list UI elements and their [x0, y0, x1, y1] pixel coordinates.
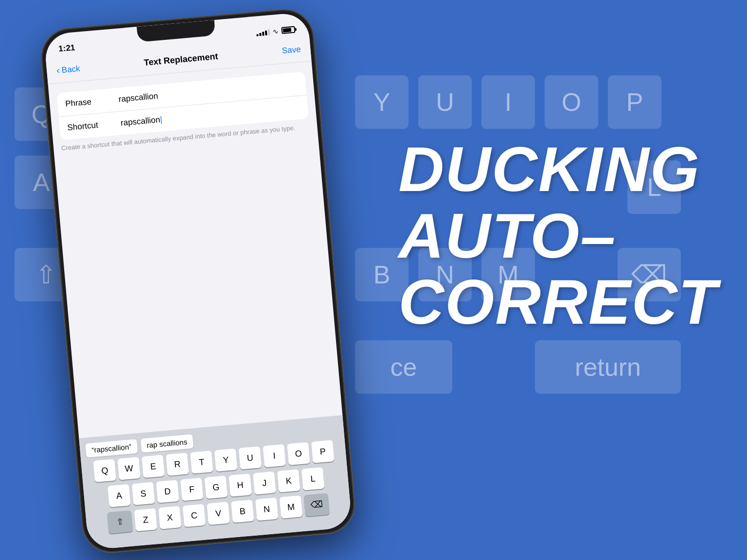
key-g[interactable]: G: [204, 475, 228, 499]
phone-outer-shell: 1:21 ∿ ‹: [39, 8, 356, 555]
bg-key-u: U: [418, 75, 472, 129]
key-p[interactable]: P: [311, 440, 335, 463]
key-h[interactable]: H: [229, 473, 252, 497]
phrase-label: Phrase: [65, 95, 119, 109]
signal-bar-5: [268, 29, 270, 35]
bg-key-p: P: [608, 75, 661, 129]
key-e[interactable]: E: [142, 455, 165, 478]
back-label: Back: [61, 64, 80, 75]
signal-bar-4: [265, 31, 267, 35]
autocorrect-suggestion-2[interactable]: rap scallions: [141, 434, 194, 453]
battery-icon: [281, 26, 295, 34]
bg-key-y: Y: [355, 75, 409, 129]
shortcut-label: Shortcut: [67, 119, 121, 133]
key-j[interactable]: J: [253, 472, 276, 495]
chevron-left-icon: ‹: [56, 65, 60, 76]
autocorrect-suggestion-1[interactable]: “rapscallion”: [85, 439, 138, 457]
delete-key[interactable]: ⌫: [303, 493, 330, 516]
status-time: 1:21: [58, 43, 76, 54]
bg-key-o: O: [545, 75, 598, 129]
key-q[interactable]: Q: [93, 459, 117, 482]
key-y[interactable]: Y: [214, 449, 238, 472]
shift-key[interactable]: ⇧: [107, 510, 133, 534]
signal-bars-icon: [256, 28, 270, 36]
bg-key-i: I: [481, 75, 535, 129]
key-v[interactable]: V: [207, 502, 230, 525]
key-m[interactable]: M: [279, 495, 302, 519]
key-u[interactable]: U: [238, 446, 262, 470]
battery-fill: [283, 28, 291, 32]
wifi-icon: ∿: [272, 27, 279, 35]
key-z[interactable]: Z: [134, 508, 158, 531]
key-t[interactable]: T: [190, 451, 213, 474]
save-button[interactable]: Save: [282, 44, 301, 55]
phone-screen: 1:21 ∿ ‹: [44, 12, 353, 550]
key-i[interactable]: I: [263, 444, 286, 468]
key-a[interactable]: A: [107, 484, 131, 508]
key-b[interactable]: B: [231, 500, 254, 523]
page-title: Text Replacement: [143, 52, 218, 68]
key-x[interactable]: X: [158, 506, 181, 529]
key-s[interactable]: S: [132, 482, 155, 506]
key-d[interactable]: D: [156, 480, 179, 503]
headline-text: DUCKING AUTO– CORRECT: [398, 136, 718, 335]
status-icons: ∿: [256, 26, 295, 37]
bg-key-return: return: [535, 340, 681, 394]
keyboard-area: “rapscallion” rap scallions Q W E R T Y …: [79, 415, 352, 550]
bg-key-ce: ce: [355, 340, 452, 394]
back-button[interactable]: ‹ Back: [56, 63, 80, 76]
signal-bar-1: [256, 34, 258, 36]
key-f[interactable]: F: [180, 478, 204, 501]
headline-line-2: AUTO–: [398, 203, 718, 269]
signal-bar-3: [262, 32, 265, 35]
key-c[interactable]: C: [182, 504, 206, 527]
phone-device: 1:21 ∿ ‹: [39, 8, 356, 555]
key-r[interactable]: R: [166, 453, 189, 476]
signal-bar-2: [259, 33, 262, 36]
key-w[interactable]: W: [117, 457, 141, 480]
headline-line-3: CORRECT: [398, 269, 718, 335]
key-l[interactable]: L: [302, 467, 325, 490]
key-n[interactable]: N: [255, 498, 279, 521]
headline-line-1: DUCKING: [398, 136, 718, 203]
key-k[interactable]: K: [277, 469, 301, 492]
key-o[interactable]: O: [287, 442, 310, 465]
